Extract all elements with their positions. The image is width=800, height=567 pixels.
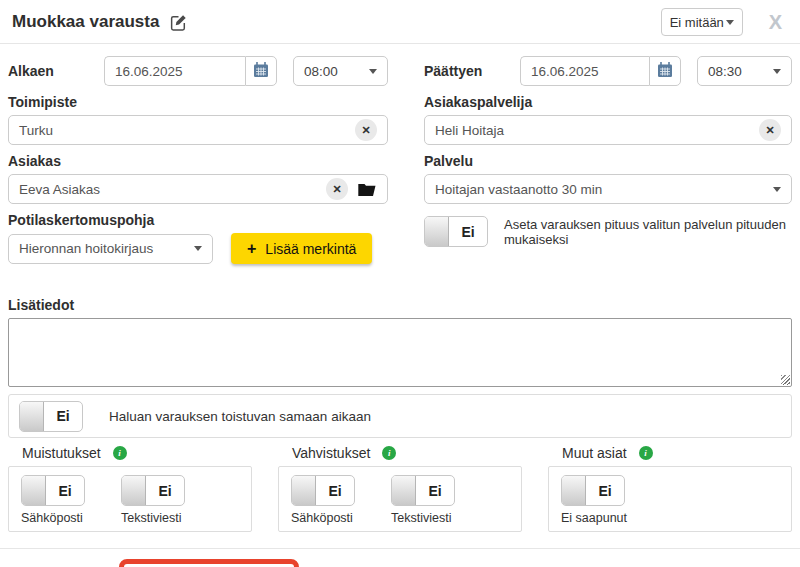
end-label: Päättyen	[424, 63, 520, 79]
repeat-toggle-label: Haluan varauksen toistuvan samaan aikaan	[109, 409, 371, 424]
other-column: Muut asiat i Ei Ei saapunut	[548, 445, 792, 532]
notes-textarea[interactable]	[8, 318, 792, 387]
service-select[interactable]: Hoitajan vastaanotto 30 min	[424, 174, 792, 204]
toggle-handle	[562, 476, 586, 505]
repeat-toggle[interactable]: Ei	[19, 401, 83, 432]
record-template-select[interactable]: Hieronnan hoitokirjaus	[8, 234, 213, 264]
service-length-toggle-label: Aseta varauksen pituus valitun palvelun …	[504, 217, 792, 247]
annotation-highlight-box: Muokattu viimeksi 18.6.2025 12:40	[119, 559, 299, 567]
clear-location-icon[interactable]: ✕	[355, 119, 377, 141]
plus-icon: +	[247, 240, 256, 258]
no-show-label: Ei saapunut	[561, 511, 627, 525]
clear-customer-icon[interactable]: ✕	[326, 178, 348, 200]
calendar-icon	[253, 62, 269, 81]
start-time-select[interactable]: 08:00	[293, 56, 388, 86]
dialog-header: Muokkaa varausta Ei mitään X	[0, 0, 800, 44]
start-date-calendar-button[interactable]	[245, 56, 277, 86]
confirmations-title: Vahvistukset	[292, 445, 370, 461]
toggle-handle	[425, 217, 449, 246]
no-show-toggle[interactable]: Ei	[561, 475, 625, 506]
reminders-title: Muistutukset	[22, 445, 101, 461]
confirmations-column: Vahvistukset i Ei Sähköposti Ei Tekst	[278, 445, 522, 532]
start-row: Alkaen 16.06.2025 08:00	[8, 56, 388, 86]
customer-label: Asiakas	[8, 153, 388, 169]
start-date-input[interactable]: 16.06.2025	[104, 56, 245, 86]
page-title: Muokkaa varausta	[12, 12, 159, 32]
staff-label: Asiakaspalvelija	[424, 94, 792, 110]
info-icon[interactable]: i	[113, 446, 127, 460]
end-row: Päättyen 16.06.2025 08:30	[412, 56, 792, 86]
reminder-sms-label: Tekstiviesti	[121, 511, 185, 525]
dialog-footer: Poista Muokattu viimeksi 18.6.2025 12:40…	[0, 548, 800, 567]
toggle-handle	[20, 402, 44, 431]
chevron-down-icon	[369, 69, 377, 74]
add-entry-button[interactable]: + Lisää merkintä	[231, 233, 372, 264]
toggle-handle	[122, 476, 146, 505]
customer-input[interactable]: Eeva Asiakas ✕	[8, 174, 388, 204]
info-icon[interactable]: i	[382, 446, 396, 460]
edit-pencil-icon	[169, 13, 188, 32]
notes-label: Lisätiedot	[8, 297, 792, 313]
staff-input[interactable]: Heli Hoitaja ✕	[424, 115, 792, 145]
record-template-label: Potilaskertomuspohja	[8, 212, 388, 228]
confirmation-sms-label: Tekstiviesti	[391, 511, 455, 525]
service-label: Palvelu	[424, 153, 792, 169]
confirmation-sms-toggle[interactable]: Ei	[391, 475, 455, 506]
toggle-handle	[392, 476, 416, 505]
clear-staff-icon[interactable]: ✕	[759, 119, 781, 141]
status-select[interactable]: Ei mitään	[661, 8, 743, 36]
chevron-down-icon	[773, 187, 781, 192]
reminder-sms-toggle[interactable]: Ei	[121, 475, 185, 506]
reminder-email-toggle[interactable]: Ei	[21, 475, 85, 506]
chevron-down-icon	[773, 69, 781, 74]
reminders-column: Muistutukset i Ei Sähköposti Ei Tekst	[8, 445, 252, 532]
end-time-select[interactable]: 08:30	[697, 56, 792, 86]
calendar-icon	[657, 62, 673, 81]
start-label: Alkaen	[8, 63, 104, 79]
repeat-panel: Ei Haluan varauksen toistuvan samaan aik…	[8, 394, 792, 438]
location-input[interactable]: Turku ✕	[8, 115, 388, 145]
toggle-handle	[22, 476, 46, 505]
info-icon[interactable]: i	[639, 446, 653, 460]
chevron-down-icon	[726, 20, 734, 25]
open-customer-folder-icon[interactable]	[358, 182, 377, 197]
end-date-calendar-button[interactable]	[649, 56, 681, 86]
location-label: Toimipiste	[8, 94, 388, 110]
reminder-email-label: Sähköposti	[21, 511, 85, 525]
confirmation-email-label: Sähköposti	[291, 511, 355, 525]
end-date-input[interactable]: 16.06.2025	[520, 56, 649, 86]
toggle-handle	[292, 476, 316, 505]
confirmation-email-toggle[interactable]: Ei	[291, 475, 355, 506]
status-select-value: Ei mitään	[670, 15, 726, 30]
chevron-down-icon	[194, 246, 202, 251]
service-length-toggle[interactable]: Ei	[424, 216, 488, 247]
close-icon[interactable]: X	[769, 11, 782, 34]
other-title: Muut asiat	[562, 445, 627, 461]
